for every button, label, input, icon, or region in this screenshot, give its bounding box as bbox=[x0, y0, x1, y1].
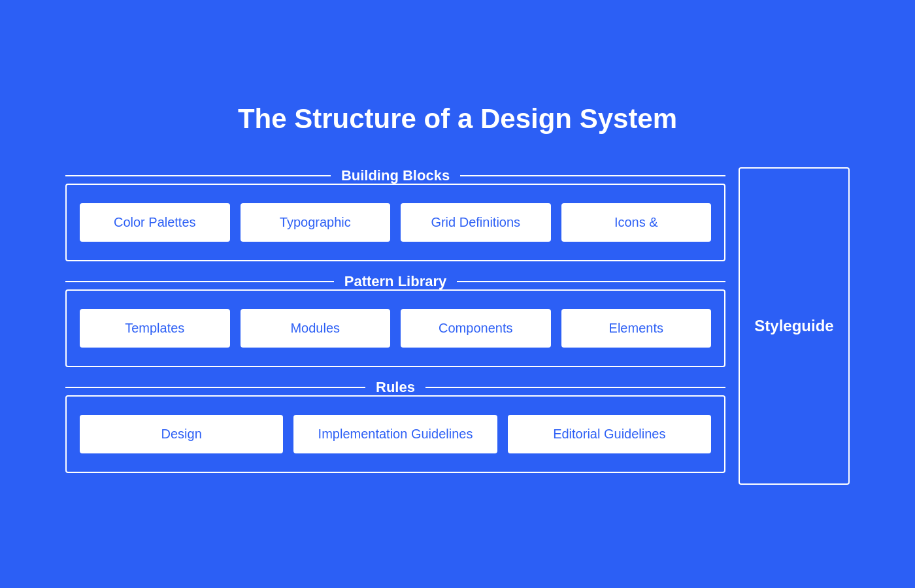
building-blocks-box: Color Palettes Typographic Grid Definiti… bbox=[65, 184, 725, 261]
styleguide-label: Styleguide bbox=[754, 317, 833, 335]
building-blocks-line-left bbox=[65, 175, 331, 176]
pattern-library-box: Templates Modules Components Elements bbox=[65, 289, 725, 367]
building-blocks-group: Building Blocks Color Palettes Typograph… bbox=[65, 167, 725, 261]
color-palettes-card[interactable]: Color Palettes bbox=[80, 203, 230, 242]
building-blocks-label-row: Building Blocks bbox=[65, 167, 725, 184]
elements-card[interactable]: Elements bbox=[561, 309, 712, 348]
typographic-card[interactable]: Typographic bbox=[241, 203, 391, 242]
pattern-library-line-left bbox=[65, 281, 334, 282]
page-title: The Structure of a Design System bbox=[238, 103, 677, 135]
rules-line-right bbox=[425, 387, 725, 388]
icons-card[interactable]: Icons & bbox=[561, 203, 712, 242]
pattern-library-line-right bbox=[457, 281, 725, 282]
main-layout: Building Blocks Color Palettes Typograph… bbox=[65, 167, 850, 485]
components-card[interactable]: Components bbox=[401, 309, 551, 348]
building-blocks-label: Building Blocks bbox=[331, 167, 460, 184]
pattern-library-label: Pattern Library bbox=[334, 273, 458, 290]
modules-card[interactable]: Modules bbox=[241, 309, 391, 348]
pattern-library-label-row: Pattern Library bbox=[65, 273, 725, 290]
rules-box: Design Implementation Guidelines Editori… bbox=[65, 395, 725, 473]
rules-label: Rules bbox=[365, 379, 425, 396]
rules-line-left bbox=[65, 387, 365, 388]
rules-group: Rules Design Implementation Guidelines E… bbox=[65, 379, 725, 473]
grid-definitions-card[interactable]: Grid Definitions bbox=[401, 203, 551, 242]
styleguide-box: Styleguide bbox=[739, 167, 850, 485]
rules-label-row: Rules bbox=[65, 379, 725, 396]
editorial-guidelines-card[interactable]: Editorial Guidelines bbox=[508, 415, 711, 453]
implementation-guidelines-card[interactable]: Implementation Guidelines bbox=[293, 415, 497, 453]
left-section: Building Blocks Color Palettes Typograph… bbox=[65, 167, 725, 485]
templates-card[interactable]: Templates bbox=[80, 309, 230, 348]
pattern-library-group: Pattern Library Templates Modules Compon… bbox=[65, 273, 725, 367]
design-card[interactable]: Design bbox=[80, 415, 283, 453]
building-blocks-line-right bbox=[460, 175, 725, 176]
